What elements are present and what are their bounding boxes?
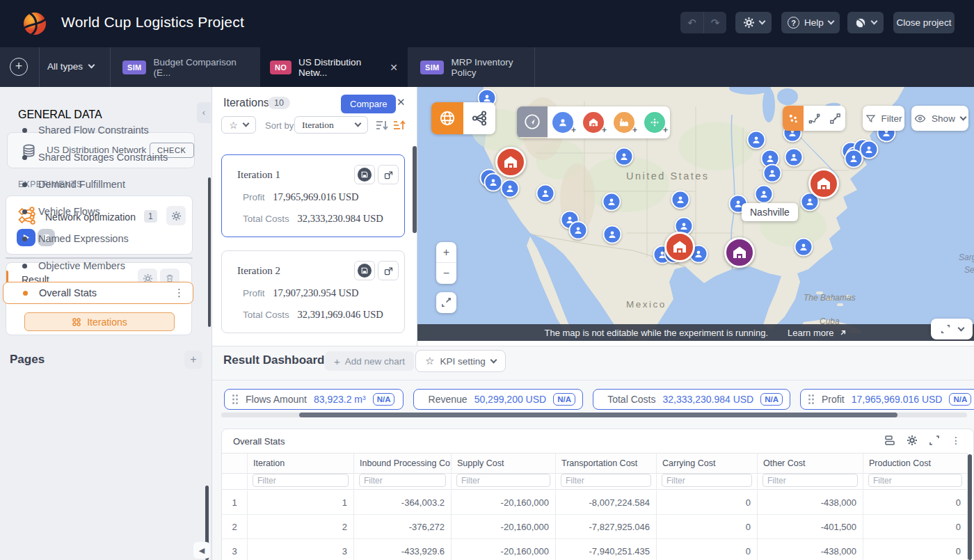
tab-mrp-inventory-policy[interactable]: SIM MRP Inventory Policy (410, 47, 534, 87)
layout-icon[interactable] (884, 435, 895, 446)
kpi-scrollbar-track[interactable] (221, 413, 967, 417)
customer-marker[interactable] (671, 191, 690, 209)
collapse-sidebar-button[interactable]: ‹ (197, 102, 211, 123)
column-header[interactable]: Other Cost (758, 454, 863, 473)
sort-field-select[interactable]: Iteration (294, 116, 368, 134)
expand-icon[interactable] (929, 435, 940, 446)
close-project-button[interactable]: Close project (893, 12, 955, 33)
kebab-menu-icon[interactable]: ⋮ (174, 287, 184, 299)
customer-marker[interactable] (785, 148, 804, 167)
tab-us-distribution-network[interactable]: NO US Distribution Netw... ✕ (260, 47, 408, 87)
filter-input[interactable] (253, 474, 349, 487)
table-row[interactable]: 3 3 -433,929.6 -20,160,000 -7,940,251.43… (222, 539, 968, 560)
kebab-menu-icon[interactable]: ⋮ (951, 435, 961, 446)
drag-handle-icon[interactable] (808, 394, 815, 405)
page-item[interactable]: Overall Stats ⋮ (3, 282, 193, 304)
language-menu-button[interactable] (847, 12, 884, 33)
column-header[interactable]: Production Cost (863, 454, 968, 473)
customer-marker[interactable] (536, 184, 555, 203)
open-iteration-button[interactable] (378, 165, 399, 184)
undo-button[interactable]: ↶ (680, 12, 703, 33)
page-item[interactable]: Demand Fulfillment (3, 173, 193, 195)
filter-input[interactable] (763, 474, 858, 487)
zoom-out-button[interactable]: − (436, 263, 456, 283)
customer-marker[interactable] (484, 173, 503, 192)
customer-marker[interactable] (501, 179, 520, 198)
save-iteration-button[interactable] (354, 165, 375, 184)
kpi-scrollbar-thumb[interactable] (299, 413, 897, 417)
page-item[interactable]: Named Expressions (3, 227, 193, 250)
kpi-flows-amount[interactable]: Flows Amount 83,923.2 m³ N/A (224, 389, 404, 410)
add-factory-button[interactable]: + (614, 112, 634, 133)
page-item[interactable]: Shared Flow Constraints (3, 119, 193, 141)
map-show-button[interactable]: Show (911, 106, 968, 131)
add-customer-button[interactable]: + (552, 112, 573, 133)
kpi-total-costs[interactable]: Total Costs 32,333,230.984 USD N/A (593, 389, 790, 410)
learn-more-link[interactable]: Learn more (788, 328, 847, 338)
compare-button[interactable]: Compare (341, 95, 396, 113)
graph-mode-button[interactable] (463, 102, 495, 134)
favorites-filter-dropdown[interactable]: ☆ (221, 116, 256, 134)
customer-marker[interactable] (603, 225, 622, 244)
iterations-scrollbar[interactable] (413, 146, 417, 233)
add-dc-button[interactable]: + (583, 112, 604, 133)
customer-marker[interactable] (569, 221, 588, 240)
map-filter-button[interactable]: Filter (863, 106, 904, 131)
open-iteration-button[interactable] (378, 261, 399, 280)
help-menu-button[interactable]: ? Help (781, 12, 840, 33)
facility-marker[interactable] (724, 237, 755, 268)
customer-marker[interactable] (755, 185, 774, 204)
kpi-setting-button[interactable]: ☆ KPI setting (415, 350, 506, 372)
iterations-button[interactable]: Iterations (24, 312, 175, 331)
close-tab-icon[interactable]: ✕ (390, 62, 398, 73)
column-header[interactable]: Iteration (248, 454, 354, 473)
kpi-revenue[interactable]: Revenue 50,299,200 USD N/A (413, 389, 583, 410)
add-new-chart-button[interactable]: + Add new chart (325, 351, 414, 371)
show-paths-button[interactable] (824, 106, 845, 131)
save-iteration-button[interactable] (354, 261, 375, 280)
column-header[interactable]: Carrying Cost (657, 454, 758, 473)
add-supplier-button[interactable]: + (644, 112, 665, 133)
page-item[interactable]: Vehicle Flows (3, 200, 193, 223)
kpi-profit[interactable]: Profit 17,965,969.016 USD N/A (800, 389, 974, 410)
customer-marker[interactable] (795, 238, 813, 257)
drag-handle-icon[interactable] (421, 394, 422, 405)
column-header[interactable]: Supply Cost (452, 454, 556, 473)
customer-marker[interactable] (615, 147, 634, 166)
facility-marker[interactable] (495, 147, 526, 177)
filter-input[interactable] (456, 474, 550, 487)
filter-input[interactable] (868, 474, 962, 487)
customer-marker[interactable] (747, 131, 766, 150)
customer-marker[interactable] (602, 193, 621, 211)
iteration-card-1[interactable]: Iteration 1 Profit 17,965,969.016 USD To… (221, 154, 405, 237)
column-header[interactable]: Inbound Processing Co (354, 454, 452, 473)
filter-input[interactable] (561, 474, 651, 487)
expand-icon[interactable] (941, 324, 950, 334)
fit-map-button[interactable] (436, 292, 456, 313)
settings-menu-button[interactable] (735, 12, 772, 33)
page-item[interactable]: Objective Members (3, 255, 193, 277)
zoom-in-button[interactable]: + (436, 242, 456, 263)
close-panel-icon[interactable]: ✕ (397, 96, 406, 109)
filter-input[interactable] (359, 474, 446, 487)
table-row[interactable]: 2 2 -376,272 -20,160,000 -7,827,925.046 … (222, 515, 968, 539)
table-scrollbar[interactable] (968, 454, 972, 560)
add-page-button[interactable]: + (184, 351, 202, 369)
filter-input[interactable] (662, 474, 752, 487)
sort-descending-icon[interactable] (376, 119, 388, 131)
table-row[interactable]: 1 1 -364,003.2 -20,160,000 -8,007,224.58… (222, 490, 968, 515)
iteration-card-2[interactable]: Iteration 2 Profit 17,907,230.954 USD To… (221, 250, 405, 333)
facility-marker[interactable] (808, 168, 839, 199)
tab-budget-comparison[interactable]: SIM Budget Comparison (E... (113, 47, 260, 87)
redo-button[interactable]: ↷ (703, 12, 726, 33)
gear-icon[interactable] (907, 435, 918, 446)
all-types-filter[interactable]: All types (47, 61, 94, 72)
facility-marker[interactable] (664, 232, 695, 262)
customer-marker[interactable] (763, 164, 782, 183)
chevron-down-icon[interactable] (957, 324, 964, 331)
customer-marker[interactable] (845, 150, 863, 168)
drag-handle-icon[interactable] (232, 394, 239, 405)
show-sites-button[interactable] (783, 106, 804, 131)
new-tab-button[interactable]: + (10, 58, 28, 76)
column-header[interactable]: Transportation Cost (556, 454, 657, 473)
